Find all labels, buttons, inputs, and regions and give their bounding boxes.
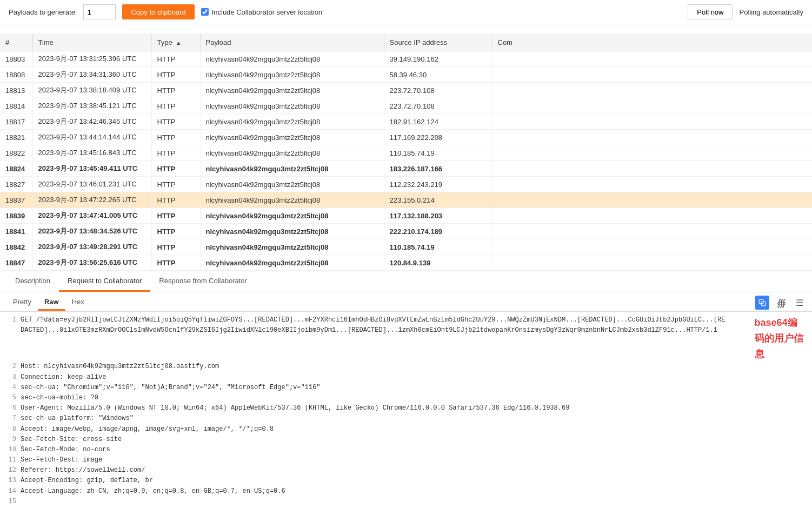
table-cell: nlcyhivasn04k92mgqu3mtz2zt5ltcj08 [200, 130, 384, 145]
table-cell: HTTP [151, 192, 200, 208]
table-cell: 18827 [0, 177, 32, 192]
table-row[interactable]: 188272023-9月-07 13:46:01.231 UTCHTTPnlcy… [0, 177, 812, 192]
line-number: 14 [6, 486, 16, 497]
table-row[interactable]: 188412023-9月-07 13:48:34.526 UTCHTTPnlcy… [0, 224, 812, 239]
table-cell [492, 177, 812, 192]
table-cell [492, 130, 812, 145]
table-row[interactable]: 188472023-9月-07 13:56:25.616 UTCHTTPnlcy… [0, 255, 812, 271]
table-cell: nlcyhivasn04k92mgqu3mtz2zt5ltcj08 [200, 177, 384, 192]
word-wrap-button[interactable]: ∰ [775, 297, 788, 309]
line-text: Accept: image/webp, image/apng, image/sv… [21, 424, 274, 434]
payloads-input[interactable] [83, 4, 116, 19]
table-cell: HTTP [151, 208, 200, 224]
sub-tab-raw[interactable]: Raw [38, 295, 65, 311]
table-row[interactable]: 188242023-9月-07 13:45:49.411 UTCHTTPnlcy… [0, 161, 812, 177]
table-row[interactable]: 188392023-9月-07 13:47:41.005 UTCHTTPnlcy… [0, 208, 812, 224]
table-cell: HTTP [151, 51, 200, 67]
table-cell: 18817 [0, 114, 32, 130]
copy-clipboard-button[interactable]: Copy to clipboard [122, 4, 194, 19]
col-header-time[interactable]: Time [32, 34, 151, 51]
line-text: sec-ch-ua-mobile: ?0 [21, 393, 98, 403]
line-number: 11 [6, 455, 16, 465]
table-cell: nlcyhivasn04k92mgqu3mtz2zt5ltcj08 [200, 83, 384, 98]
table-cell: 110.185.74.19 [384, 239, 492, 255]
col-header-source[interactable]: Source IP address [384, 34, 492, 51]
table-cell: 39.149.190.162 [384, 51, 492, 67]
copy-icon-button[interactable] [755, 296, 769, 310]
line-number: 13 [6, 476, 16, 486]
table-cell: HTTP [151, 67, 200, 83]
table-row[interactable]: 188032023-9月-07 13:31:25.396 UTCHTTPnlcy… [0, 51, 812, 67]
content-line: 11Sec-Fetch-Dest: image [6, 455, 806, 465]
menu-button[interactable]: ☰ [794, 297, 806, 309]
table-cell: 18803 [0, 51, 32, 67]
line-text: Accept-Language: zh-CN, zh;q=0.9, en;q=0… [21, 486, 285, 497]
line-number: 2 [6, 362, 16, 372]
table-row[interactable]: 188372023-9月-07 13:47:22.265 UTCHTTPnlcy… [0, 192, 812, 208]
line-number: 7 [6, 413, 16, 424]
include-location-checkbox[interactable] [201, 8, 209, 16]
content-line: 9Sec-Fetch-Site: cross-site [6, 434, 806, 445]
line-number: 5 [6, 393, 16, 403]
line-number: 12 [6, 465, 16, 476]
table-cell: nlcyhivasn04k92mgqu3mtz2zt5ltcj08 [200, 208, 384, 224]
table-row[interactable]: 188422023-9月-07 13:49:28.291 UTCHTTPnlcy… [0, 239, 812, 255]
table-cell [492, 224, 812, 239]
table-cell [492, 67, 812, 83]
content-line: 12Referer: https://sowellwell.com/ [6, 465, 806, 476]
table-row[interactable]: 188172023-9月-07 13:42:46.345 UTCHTTPnlcy… [0, 114, 812, 130]
table-cell: 2023-9月-07 13:48:34.526 UTC [32, 224, 151, 239]
table-cell: 18813 [0, 83, 32, 98]
table-header-row: # Time Type ▲ Payload Source IP address … [0, 34, 812, 51]
table-cell: nlcyhivasn04k92mgqu3mtz2zt5ltcj08 [200, 114, 384, 130]
poll-now-button[interactable]: Poll now [688, 4, 733, 19]
col-header-num[interactable]: # [0, 34, 32, 51]
table-cell: 18839 [0, 208, 32, 224]
col-header-comment[interactable]: Com [492, 34, 812, 51]
col-header-type[interactable]: Type ▲ [151, 34, 200, 51]
polling-status: Polling automatically [739, 8, 803, 16]
sub-tab-hex[interactable]: Hex [65, 295, 91, 311]
copy-icon [758, 299, 766, 306]
line-text: Referer: https://sowellwell.com/ [21, 465, 145, 476]
tab-request-to-collaborator[interactable]: Request to Collaborator [59, 271, 150, 292]
table-cell [492, 114, 812, 130]
tab-description[interactable]: Description [6, 271, 59, 292]
table-cell: 18814 [0, 98, 32, 114]
line-text: Accept-Encoding: gzip, deflate, br [21, 476, 153, 486]
content-line: 6User-Agent: Mozilla/5.0 (Windows NT 10.… [6, 403, 806, 413]
tab-response-from-collaborator[interactable]: Response from Collaborator [150, 271, 256, 292]
table-cell: 223.72.70.108 [384, 98, 492, 114]
table-cell: 18821 [0, 130, 32, 145]
col-header-payload[interactable]: Payload [200, 34, 384, 51]
table-cell: 110.185.74.19 [384, 145, 492, 161]
table-row[interactable]: 188212023-9月-07 13:44:14.144 UTCHTTPnlcy… [0, 130, 812, 145]
table-row[interactable]: 188082023-9月-07 13:34:31.360 UTCHTTPnlcy… [0, 67, 812, 83]
content-line: 13Accept-Encoding: gzip, deflate, br [6, 476, 806, 486]
table-row[interactable]: 188132023-9月-07 13:38:18.409 UTCHTTPnlcy… [0, 83, 812, 98]
line-text: sec-ch-ua: "Chromium";v="116", "Not)A;Br… [21, 383, 321, 393]
table-cell: 223.72.70.108 [384, 83, 492, 98]
table-cell: 2023-9月-07 13:45:49.411 UTC [32, 161, 151, 177]
sort-arrow-icon: ▲ [176, 40, 181, 46]
table-row[interactable]: 188222023-9月-07 13:45:16.843 UTCHTTPnlcy… [0, 145, 812, 161]
table-cell: 18822 [0, 145, 32, 161]
table-cell: 2023-9月-07 13:56:25.616 UTC [32, 255, 151, 271]
table-cell: 2023-9月-07 13:47:41.005 UTC [32, 208, 151, 224]
sub-tab-pretty[interactable]: Pretty [6, 295, 38, 311]
table-cell: 18847 [0, 255, 32, 271]
table-cell: 120.84.9.139 [384, 255, 492, 271]
line-text: Sec-Fetch-Mode: no-cors [21, 445, 110, 455]
content-line: 10Sec-Fetch-Mode: no-cors [6, 445, 806, 455]
sub-tabs-container: PrettyRawHex [6, 295, 91, 311]
line-text: Connection: keep-alive [21, 372, 106, 383]
table-cell: 182.91.162.124 [384, 114, 492, 130]
table-row[interactable]: 188142023-9月-07 13:38:45.121 UTCHTTPnlcy… [0, 98, 812, 114]
table-cell: HTTP [151, 130, 200, 145]
table-cell: 18808 [0, 67, 32, 83]
table-cell: HTTP [151, 177, 200, 192]
table-cell: nlcyhivasn04k92mgqu3mtz2zt5ltcj08 [200, 145, 384, 161]
content-line: 14Accept-Language: zh-CN, zh;q=0.9, en;q… [6, 486, 806, 497]
content-line: 4sec-ch-ua: "Chromium";v="116", "Not)A;B… [6, 383, 806, 393]
line-number: 8 [6, 424, 16, 434]
